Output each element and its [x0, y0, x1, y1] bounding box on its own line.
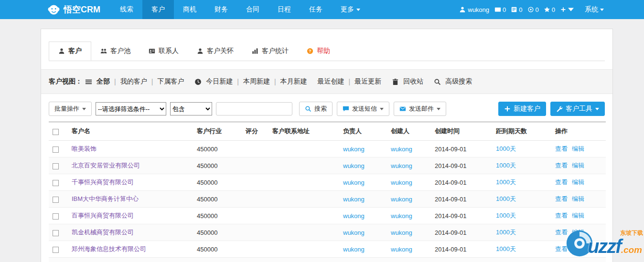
row-checkbox[interactable] — [53, 197, 59, 203]
target-counter[interactable]: 0 — [527, 6, 539, 13]
view-link[interactable]: 查看 — [555, 145, 568, 152]
bulk-actions-button[interactable]: 批量操作 — [49, 102, 92, 116]
customer-tools-button[interactable]: 客户工具 — [550, 102, 605, 116]
view-filter-item[interactable]: 全部 — [97, 77, 110, 86]
edit-link[interactable]: 编辑 — [572, 178, 584, 186]
view-filter-item[interactable]: 回收站 — [403, 77, 423, 86]
view-bar-groups: 全部|我的客户|下属客户今日新建|本周新建|本月新建最近创建|最近更新回收站高级… — [85, 77, 483, 86]
owner-link[interactable]: wukong — [343, 179, 365, 186]
creator-link[interactable]: wukong — [391, 146, 412, 153]
tab-item[interactable]: 客户关怀 — [188, 42, 243, 61]
days-left-link[interactable]: 1000天 — [496, 145, 516, 152]
select-all-checkbox[interactable] — [53, 129, 59, 135]
tab-item[interactable]: 客户 — [49, 42, 91, 61]
search-button[interactable]: 搜索 — [299, 102, 333, 116]
customer-name-link[interactable]: 凯金机械商贸有限公司 — [72, 229, 134, 236]
nav-item[interactable]: 线索 — [111, 0, 142, 19]
creator-link[interactable]: wukong — [391, 196, 412, 203]
edit-link[interactable]: 编辑 — [572, 212, 584, 219]
view-filter-item[interactable]: 今日新建 — [206, 77, 233, 86]
nav-item[interactable]: 日程 — [268, 0, 300, 19]
send-email-button[interactable]: 发送邮件 — [394, 102, 446, 116]
view-filter-item[interactable]: 最近更新 — [354, 77, 381, 86]
creator-link[interactable]: wukong — [391, 246, 412, 253]
nav-item[interactable]: 更多 — [332, 0, 369, 19]
row-checkbox[interactable] — [53, 213, 59, 220]
tabs-wrap: 客户客户池联系人客户关怀客户统计?帮助 — [41, 29, 612, 61]
creator-link[interactable]: wukong — [391, 212, 412, 220]
quick-add-button[interactable] — [560, 7, 574, 12]
view-link[interactable]: 查看 — [555, 195, 568, 202]
creator-link[interactable]: wukong — [391, 162, 412, 169]
owner-link[interactable]: wukong — [343, 246, 365, 253]
separator: | — [151, 78, 153, 85]
header-checkbox-cell — [49, 122, 68, 141]
view-link[interactable]: 查看 — [555, 212, 568, 219]
customer-name-link[interactable]: 北京百安居管业有限公司 — [72, 162, 140, 169]
customer-name-link[interactable]: 百事恒兴商贸有限公司 — [72, 212, 134, 219]
separator: | — [349, 78, 351, 85]
nav-item[interactable]: 客户 — [142, 0, 174, 19]
customer-name-link[interactable]: IBM大中华商务计算中心 — [72, 195, 139, 202]
days-left-link[interactable]: 1000天 — [496, 212, 516, 219]
row-checkbox[interactable] — [53, 163, 59, 169]
owner-link[interactable]: wukong — [343, 229, 365, 236]
mail-counter[interactable]: 0 — [494, 6, 506, 13]
nav-item[interactable]: 商机 — [174, 0, 205, 19]
creator-link[interactable]: wukong — [391, 179, 412, 186]
system-menu[interactable]: 系统 — [585, 5, 604, 14]
view-filter-item[interactable]: 我的客户 — [120, 77, 147, 86]
tab-item[interactable]: 客户池 — [91, 42, 140, 61]
user-menu[interactable]: wukong — [459, 6, 489, 13]
owner-link[interactable]: wukong — [343, 196, 365, 203]
address-cell — [268, 157, 339, 174]
customer-name-link[interactable]: 唯美装饰 — [72, 145, 97, 152]
tab-item[interactable]: 客户统计 — [243, 42, 298, 61]
view-filter-item[interactable]: 高级搜索 — [445, 77, 472, 86]
nav-item[interactable]: 任务 — [300, 0, 332, 19]
view-filter-item[interactable]: 本月新建 — [280, 77, 307, 86]
filter-condition-select[interactable]: --请选择筛选条件-- — [96, 102, 166, 115]
score-cell — [242, 241, 268, 258]
days-left-link[interactable]: 1000天 — [496, 195, 516, 202]
column-header: 创建时间 — [431, 122, 492, 141]
nav-item[interactable]: 合同 — [237, 0, 268, 19]
view-filter-item[interactable]: 最近创建 — [318, 77, 344, 86]
edit-link[interactable]: 编辑 — [572, 162, 584, 169]
days-left-link[interactable]: 1000天 — [496, 178, 516, 186]
view-link[interactable]: 查看 — [555, 178, 568, 186]
brand[interactable]: 悟空CRM — [48, 0, 100, 19]
owner-link[interactable]: wukong — [343, 146, 365, 153]
send-sms-button[interactable]: 发送短信 — [337, 102, 389, 116]
mail-icon — [399, 105, 406, 112]
row-checkbox[interactable] — [53, 180, 59, 186]
row-checkbox[interactable] — [53, 147, 59, 153]
edit-link[interactable]: 编辑 — [572, 195, 584, 202]
customer-name-link[interactable]: 千事恒兴商贸有限公司 — [72, 178, 134, 186]
creator-link[interactable]: wukong — [391, 229, 412, 236]
view-filter-item[interactable]: 下属客户 — [157, 77, 184, 86]
owner-link[interactable]: wukong — [343, 162, 365, 169]
search-input[interactable] — [216, 102, 292, 115]
logo-monkey-icon — [48, 4, 60, 16]
customer-name-link[interactable]: 郑州海象信息技术有限公司 — [72, 245, 146, 252]
creator-cell: wukong — [387, 258, 431, 262]
view-link[interactable]: 查看 — [555, 162, 568, 169]
edit-link[interactable]: 编辑 — [572, 145, 584, 152]
star-counter[interactable]: 0 — [544, 6, 555, 13]
new-customer-button[interactable]: 新建客户 — [498, 102, 546, 116]
owner-link[interactable]: wukong — [343, 212, 365, 220]
table-row: 百事恒兴商贸有限公司450000wukongwukong2014-09-0110… — [49, 208, 606, 224]
days-left-link[interactable]: 1000天 — [496, 229, 516, 236]
row-checkbox[interactable] — [53, 230, 59, 236]
tab-item[interactable]: ?帮助 — [298, 42, 339, 61]
view-filter-item[interactable]: 本周新建 — [243, 77, 270, 86]
tab-item[interactable]: 联系人 — [140, 42, 188, 61]
row-checkbox[interactable] — [53, 247, 59, 253]
nav-item[interactable]: 财务 — [205, 0, 237, 19]
days-left-link[interactable]: 1000天 — [496, 245, 516, 252]
industry-cell: 450000 — [193, 224, 242, 241]
notice-counter[interactable]: 0 — [511, 6, 522, 13]
days-left-link[interactable]: 1000天 — [496, 162, 516, 169]
match-type-select[interactable]: 包含 — [170, 102, 212, 115]
